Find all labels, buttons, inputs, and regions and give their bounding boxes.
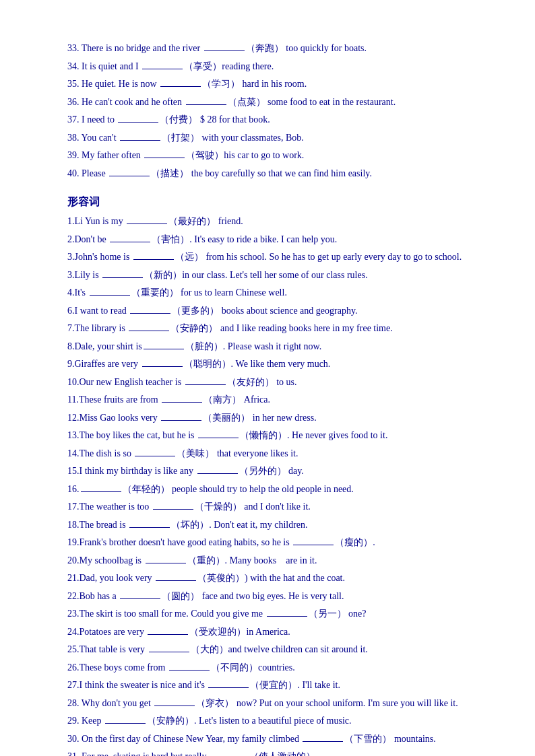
adj-3a: 3.John's home is （远） from his school. So… [67, 249, 481, 266]
line-36: 36. He can't cook and he often （点菜） some… [67, 94, 481, 111]
adj-28: 28. Why don't you get （穿衣） now? Put on y… [67, 695, 481, 712]
page-content: 33. There is no bridge and the river （奔跑… [67, 40, 481, 756]
adj-2: 2.Don't be （害怕）. It's easy to ride a bik… [67, 232, 481, 248]
adj-21: 21.Dad, you look very （英俊的）) with the ha… [67, 570, 481, 587]
adj-20: 20.My schoolbag is （重的）. Many books are … [67, 553, 481, 570]
adj-11: 11.These fruits are from （南方） Africa. [67, 392, 481, 409]
adj-10: 10.Our new English teacher is （友好的） to u… [67, 374, 481, 391]
line-33: 33. There is no bridge and the river （奔跑… [67, 40, 481, 57]
adj-12: 12.Miss Gao looks very （美丽的） in her new … [67, 410, 481, 427]
adj-31: 31. For me, skating is hard but really（使… [67, 749, 481, 756]
line-38: 38. You can't （打架） with your classmates,… [67, 130, 481, 147]
adj-section: 1.Li Yun is my （最好的） friend. 2.Don't be … [67, 213, 481, 756]
line-37: 37. I need to （付费） $ 28 for that book. [67, 112, 481, 129]
adj-3b: 3.Lily is （新的）in our class. Let's tell h… [67, 267, 481, 284]
adj-section-title: 形容词 [67, 193, 481, 211]
adj-26: 26.These boys come from （不同的）countries. [67, 660, 481, 677]
adj-6: 6.I want to read （更多的） books about scien… [67, 303, 481, 320]
adj-27: 27.I think the sweater is nice and it's … [67, 677, 481, 694]
line-34: 34. It is quiet and I （享受）reading there. [67, 59, 481, 75]
adj-16: 16.（年轻的） people should try to help the o… [67, 481, 481, 498]
verb-section: 33. There is no bridge and the river （奔跑… [67, 40, 481, 182]
adj-29: 29. Keep （安静的）. Let's listen to a beauti… [67, 713, 481, 730]
adj-18: 18.The bread is （坏的）. Don't eat it, my c… [67, 517, 481, 534]
adj-4: 4.It's （重要的） for us to learn Chinese wel… [67, 285, 481, 302]
adj-24: 24.Potatoes are very （受欢迎的）in America. [67, 624, 481, 641]
adj-9: 9.Giraffes are very （聪明的）. We like them … [67, 356, 481, 373]
adj-25: 25.That table is very （大的）and twelve chi… [67, 642, 481, 658]
adj-30: 30. On the first day of Chinese New Year… [67, 731, 481, 748]
adj-19: 19.Frank's brother doesn't have good eat… [67, 535, 481, 551]
adj-15: 15.I think my birthday is like any （另外的）… [67, 463, 481, 480]
adj-23: 23.The skirt is too small for me. Could … [67, 606, 481, 623]
adj-7: 7.The library is （安静的） and I like readin… [67, 320, 481, 337]
adj-1: 1.Li Yun is my （最好的） friend. [67, 213, 481, 230]
line-40: 40. Please （描述） the boy carefully so tha… [67, 166, 481, 182]
adj-22: 22.Bob has a （圆的） face and two big eyes.… [67, 588, 481, 605]
adj-8: 8.Dale, your shirt is（脏的）. Please wash i… [67, 339, 481, 355]
adj-14: 14.The dish is so （美味） that everyone lik… [67, 446, 481, 462]
adj-17: 17.The weather is too （干燥的） and I don't … [67, 499, 481, 516]
adj-13: 13.The boy likes the cat, but he is （懒惰的… [67, 427, 481, 444]
line-39: 39. My father often （驾驶）his car to go to… [67, 147, 481, 164]
line-35: 35. He quiet. He is now （学习） hard in his… [67, 76, 481, 93]
